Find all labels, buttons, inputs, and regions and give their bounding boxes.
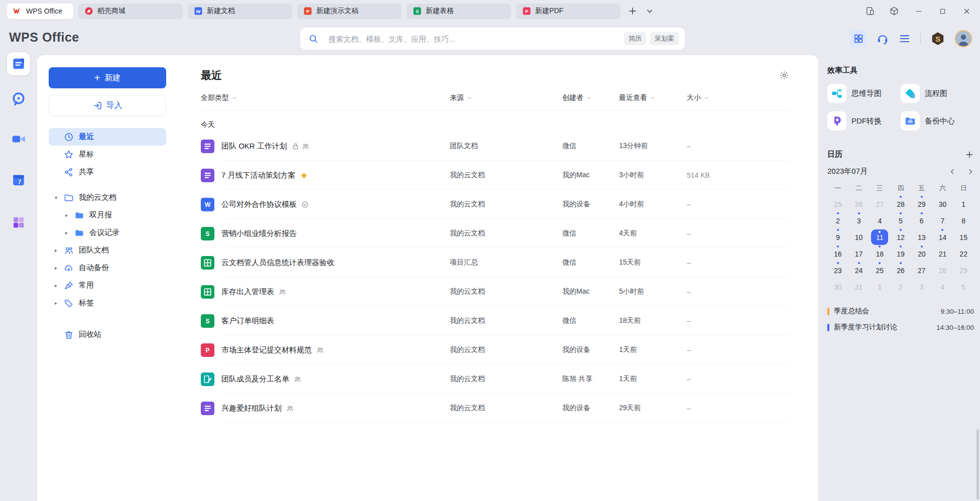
calendar-day[interactable]: 28 — [890, 196, 911, 212]
calendar-day[interactable]: 26 — [890, 262, 911, 279]
device-link-icon[interactable] — [862, 4, 879, 19]
sidebar-item-star[interactable]: 星标 — [49, 146, 166, 163]
calendar-day[interactable]: 31 — [848, 279, 870, 295]
calendar-day[interactable]: 23 — [827, 262, 848, 279]
maximize-button[interactable] — [934, 4, 951, 19]
sidebar-item-clock[interactable]: 最近 — [49, 128, 166, 146]
tool-flowchart[interactable]: 流程图 — [901, 82, 974, 105]
sidebar-item-team[interactable]: ▸ 团队文档 — [49, 241, 166, 259]
calendar-day[interactable]: 5 — [890, 212, 911, 229]
support-headset-icon[interactable] — [876, 32, 889, 45]
new-button[interactable]: + 新建 — [49, 67, 166, 88]
tab-list-chevron-icon[interactable] — [645, 6, 655, 16]
rail-item-docs[interactable] — [7, 52, 30, 75]
calendar-day[interactable]: 20 — [911, 245, 932, 262]
expand-arrow-icon[interactable]: ▸ — [55, 247, 64, 253]
minimize-button[interactable] — [910, 4, 927, 19]
expand-arrow-icon[interactable]: ▸ — [65, 212, 74, 218]
calendar-day[interactable]: 16 — [827, 245, 848, 262]
calendar-day[interactable]: 21 — [932, 245, 953, 262]
rail-item-meeting[interactable] — [7, 128, 30, 151]
expand-arrow-icon[interactable]: ▸ — [55, 265, 64, 271]
calendar-day[interactable]: 1 — [953, 196, 974, 212]
calendar-day[interactable]: 7 — [932, 212, 953, 229]
app-tab[interactable]: P 新建PDF — [516, 4, 621, 19]
menu-lines-icon[interactable] — [898, 32, 911, 45]
apps-grid-icon[interactable] — [850, 30, 867, 47]
calendar-day[interactable]: 25 — [869, 262, 890, 279]
sidebar-item-folder[interactable]: ▸ 双月报 — [59, 206, 166, 224]
cube-icon[interactable] — [886, 4, 903, 19]
calendar-day[interactable]: 27 — [911, 262, 932, 279]
calendar-day[interactable]: 10 — [848, 229, 870, 245]
calendar-day[interactable]: 24 — [848, 262, 870, 279]
sidebar-item-share[interactable]: 共享 — [49, 163, 166, 181]
calendar-day[interactable]: 19 — [890, 245, 911, 262]
calendar-next-button[interactable] — [967, 168, 974, 175]
calendar-day[interactable]: 6 — [911, 212, 932, 229]
rail-item-apps[interactable] — [7, 211, 30, 234]
file-row[interactable]: 兴趣爱好组队计划 我的云文档 我的设备 29天前 – — [201, 394, 789, 423]
calendar-day[interactable]: 27 — [869, 196, 890, 212]
file-row[interactable]: S 营销小组业绩分析报告 我的云文档 微信 4天前 – — [201, 219, 789, 248]
file-row[interactable]: 云文档管人员信息统计表理器验收 项目汇总 微信 15天前 – — [201, 248, 789, 277]
calendar-day[interactable]: 11 — [869, 229, 890, 245]
right-scrollbar[interactable] — [976, 429, 979, 499]
tool-backup-center[interactable]: 备份中心 — [901, 109, 974, 133]
file-row[interactable]: S 客户订单明细表 我的云文档 微信 18天前 – — [201, 306, 789, 335]
calendar-day[interactable]: 18 — [869, 245, 890, 262]
svip-badge[interactable]: S — [930, 31, 946, 46]
search-bar[interactable]: 简历 策划案 — [300, 28, 685, 50]
search-tag-plan[interactable]: 策划案 — [650, 32, 679, 45]
calendar-day[interactable]: 28 — [932, 262, 953, 279]
calendar-day[interactable]: 29 — [953, 262, 974, 279]
calendar-day[interactable]: 9 — [827, 229, 848, 245]
tool-mindmap[interactable]: 思维导图 — [827, 82, 901, 105]
calendar-day[interactable]: 2 — [890, 279, 911, 295]
file-row[interactable]: P 市场主体登记提交材料规范 我的云文档 我的设备 1天前 – — [201, 335, 789, 364]
sidebar-item-pin[interactable]: ▸ 常用 — [49, 277, 166, 294]
calendar-day[interactable]: 3 — [848, 212, 870, 229]
calendar-day[interactable]: 4 — [932, 279, 953, 295]
app-tab[interactable]: S 新建表格 — [407, 4, 511, 19]
expand-arrow-icon[interactable]: ▾ — [55, 195, 64, 200]
calendar-day[interactable]: 5 — [953, 279, 974, 295]
calendar-day[interactable]: 15 — [953, 229, 974, 245]
filter-type[interactable]: 全部类型 — [201, 93, 450, 102]
file-row[interactable]: 7 月线下活动策划方案 我的云文档 我的Mac 3小时前 514 KB — [201, 161, 789, 190]
gear-icon[interactable] — [779, 70, 789, 80]
filter-viewed[interactable]: 最近查看 — [619, 93, 687, 102]
filter-source[interactable]: 来源 — [450, 93, 562, 102]
import-button[interactable]: 导入 — [49, 95, 166, 116]
expand-arrow-icon[interactable]: ▸ — [55, 283, 64, 288]
calendar-day[interactable]: 14 — [932, 229, 953, 245]
calendar-day[interactable]: 8 — [953, 212, 974, 229]
filter-creator[interactable]: 创建者 — [562, 93, 619, 102]
avatar[interactable] — [955, 30, 972, 47]
expand-arrow-icon[interactable]: ▸ — [55, 300, 64, 306]
calendar-day[interactable]: 30 — [932, 196, 953, 212]
app-tab[interactable]: P 新建演示文稿 — [297, 4, 402, 19]
calendar-day[interactable]: 22 — [953, 245, 974, 262]
calendar-event[interactable]: 新季度学习计划讨论 14:30–16:00 — [827, 319, 974, 335]
calendar-prev-button[interactable] — [949, 168, 956, 175]
calendar-day[interactable]: 13 — [911, 229, 932, 245]
calendar-day[interactable]: 29 — [911, 196, 932, 212]
file-row[interactable]: 团队成员及分工名单 我的云文档 陈旭 共享 1天前 – — [201, 364, 789, 394]
search-input[interactable] — [328, 35, 620, 43]
file-row[interactable]: 库存出入管理表 我的云文档 我的Mac 5小时前 – — [201, 277, 789, 306]
calendar-day[interactable]: 12 — [890, 229, 911, 245]
calendar-day[interactable]: 30 — [827, 279, 848, 295]
calendar-day[interactable]: 3 — [911, 279, 932, 295]
calendar-day[interactable]: 4 — [869, 212, 890, 229]
app-tab[interactable]: W 新建文档 — [188, 4, 292, 19]
close-button[interactable] — [958, 4, 975, 19]
calendar-day[interactable]: 17 — [848, 245, 870, 262]
sidebar-item-backup[interactable]: ▸ 自动备份 — [49, 259, 166, 277]
filter-size[interactable]: 大小 — [687, 93, 789, 102]
calendar-day[interactable]: 25 — [827, 196, 848, 212]
search-tag-resume[interactable]: 简历 — [624, 32, 646, 45]
calendar-day[interactable]: 1 — [869, 279, 890, 295]
sidebar-item-trash[interactable]: 回收站 — [49, 326, 166, 343]
file-row[interactable]: W 公司对外合作协议模板 我的云文档 我的设备 4小时前 – — [201, 190, 789, 219]
